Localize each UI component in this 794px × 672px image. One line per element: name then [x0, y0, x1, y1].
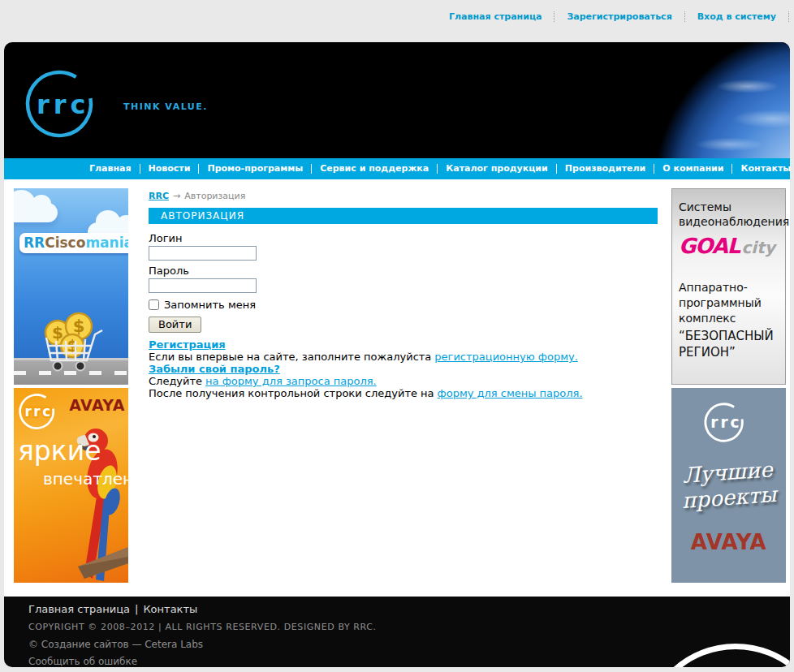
svg-text:rrc: rrc [710, 414, 741, 431]
forgot-text: Следуйте [149, 375, 202, 387]
topbar-link-register[interactable]: Зарегистрироваться [555, 11, 684, 22]
footer-copyright: COPYRIGHT © 2008–2012 | ALL RIGHTS RESER… [28, 622, 790, 632]
nav-item-catalog[interactable]: Каталог продукции [438, 164, 557, 174]
password-field-group: Пароль [149, 265, 658, 297]
avaya-projects-banner[interactable]: rrc Лучшие проекты AVAYA [671, 388, 786, 583]
nav-item-news[interactable]: Новости [140, 164, 200, 174]
main-nav: Главная Новости Промо-программы Сервис и… [4, 158, 790, 179]
city-wordmark: city [741, 238, 775, 257]
svg-text:$: $ [73, 317, 85, 336]
topbar-link-home[interactable]: Главная страница [437, 11, 555, 22]
coins-cart-icon: $ $ $ [35, 308, 106, 372]
nav-item-vendors[interactable]: Производители [557, 164, 654, 174]
earth-image [639, 42, 790, 158]
breadcrumb: RRC→Авторизация [149, 191, 658, 201]
rrc-logo-icon: rrc [24, 67, 113, 140]
rrciscomania-wordmark: RRCiscomania [19, 233, 128, 253]
auth-help-links: Регистрация Если вы впервые на сайте, за… [149, 338, 658, 399]
forgot-password-link[interactable]: Забыли свой пароль? [149, 363, 280, 375]
password-change-form-link[interactable]: форму для смены пароля. [438, 387, 583, 399]
avaya-wordmark: AVAYA [69, 396, 125, 414]
footer-link-contacts[interactable]: Контакты [143, 603, 197, 615]
registration-link[interactable]: Регистрация [149, 338, 226, 351]
change-password-text: После получения контрольной строки следу… [149, 387, 434, 399]
brand-mania: mania [85, 235, 128, 251]
footer-link-home[interactable]: Главная страница [28, 603, 130, 615]
nav-item-service[interactable]: Сервис и поддержка [312, 164, 438, 174]
content-area: RRCiscomania $ $ $ [4, 179, 790, 597]
rrc-logo-icon: rrc [703, 401, 755, 444]
right-banner-column: Системы видеонаблюдения GOALcity Аппарат… [671, 188, 786, 583]
footer-credits: © Создание сайтов — Cetera Labs [28, 639, 790, 650]
remember-me-checkbox[interactable] [149, 299, 159, 310]
remember-me-label: Запомнить меня [164, 299, 256, 311]
nav-item-main[interactable]: Главная [81, 164, 140, 174]
page-container: rrc THINK VALUE. Главная Новости Промо-п… [4, 42, 790, 667]
cloud-icon [14, 203, 58, 222]
goal-banner-desc: Аппаратно-программный комплекс [679, 280, 779, 326]
breadcrumb-arrow: → [173, 191, 180, 201]
top-utility-bar: Главная страница Зарегистрироваться Вход… [0, 0, 794, 42]
nav-item-promo[interactable]: Промо-программы [199, 164, 312, 174]
rrc-logo-icon: rrc [18, 392, 65, 431]
auth-section-title: АВТОРИЗАЦИЯ [149, 208, 658, 224]
topbar-link-login[interactable]: Вход в систему [685, 11, 789, 22]
header-tagline: THINK VALUE. [123, 101, 208, 112]
goal-banner-quote: “БЕЗОПАСНЫЙ РЕГИОН” [679, 328, 779, 360]
footer-links-separator: | [135, 603, 138, 615]
registration-form-link[interactable]: регистрационную форму. [434, 351, 577, 363]
site-header: rrc THINK VALUE. [4, 42, 790, 158]
nav-item-about[interactable]: О компании [654, 164, 732, 174]
login-button[interactable]: Войти [149, 317, 201, 333]
password-label: Пароль [149, 265, 658, 277]
left-banner-column: RRCiscomania $ $ $ [14, 188, 128, 583]
goal-banner-title: Системы видеонаблюдения [679, 200, 779, 229]
footer-links: Главная страница|Контакты [28, 603, 790, 615]
best-projects-script: Лучшие проекты [680, 457, 777, 514]
rrc-logo-text: rrc [37, 89, 90, 120]
avaya-wordmark: AVAYA [691, 530, 766, 554]
breadcrumb-root-link[interactable]: RRC [149, 191, 169, 201]
banner-text-line2: впечатления [43, 469, 128, 489]
breadcrumb-current: Авторизация [184, 191, 245, 201]
goalcity-banner[interactable]: Системы видеонаблюдения GOALcity Аппарат… [671, 188, 786, 385]
remember-me-row: Запомнить меня [149, 299, 658, 311]
password-request-form-link[interactable]: на форму для запроса пароля. [205, 375, 377, 387]
brand-cisco: Cisco [45, 235, 85, 251]
goalcity-logo: GOALcity [679, 234, 779, 258]
login-field-group: Логин [149, 232, 658, 265]
password-input[interactable] [149, 278, 257, 293]
main-column: RRC→Авторизация АВТОРИЗАЦИЯ Логин Пароль… [149, 188, 658, 399]
login-input[interactable] [149, 246, 257, 261]
rrciscomania-banner[interactable]: RRCiscomania $ $ $ [14, 188, 128, 385]
goal-wordmark: GOAL [679, 234, 740, 258]
avaya-parrot-banner[interactable]: rrc AVAYA яркие впечатления [14, 388, 128, 583]
login-label: Логин [149, 232, 658, 244]
site-footer: Главная страница|Контакты COPYRIGHT © 20… [4, 597, 790, 667]
nav-item-contacts[interactable]: Контакты [732, 164, 794, 174]
banner-text-line1: яркие [18, 435, 101, 467]
svg-text:rrc: rrc [24, 403, 53, 420]
report-error-link[interactable]: Сообщить об ошибке [28, 656, 137, 667]
registration-text: Если вы впервые на сайте, заполните пожа… [149, 351, 431, 363]
brand-rr: RR [24, 235, 45, 251]
